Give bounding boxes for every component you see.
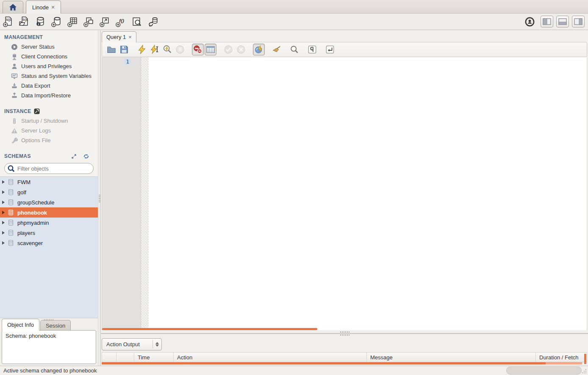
sidebar-item-startup-shutdown[interactable]: Startup / Shutdown xyxy=(0,116,98,126)
show-invisibles-button[interactable] xyxy=(306,44,318,55)
query-tab[interactable]: Query 1 × xyxy=(102,31,136,42)
reconnect-dbms-icon xyxy=(147,16,159,28)
output-horizontal-scrollbar[interactable] xyxy=(102,362,546,364)
toggle-stop-on-error-button[interactable] xyxy=(192,44,204,55)
rollback-button[interactable] xyxy=(235,44,247,55)
schema-row-scavenger[interactable]: scavenger xyxy=(0,238,98,248)
execute-current-button[interactable] xyxy=(149,44,161,55)
panel-resize-grip[interactable] xyxy=(44,319,53,321)
user-account-button[interactable] xyxy=(521,15,538,28)
home-tab[interactable] xyxy=(3,1,23,13)
toggle-bottom-panel-button[interactable] xyxy=(556,16,569,28)
expander-icon[interactable] xyxy=(2,231,5,234)
schema-row-groupschedule[interactable]: groupSchedule xyxy=(0,197,98,207)
sidebar-item-server-status[interactable]: Server Status xyxy=(0,42,98,52)
create-function-button[interactable]: f() xyxy=(113,15,129,28)
column-index[interactable] xyxy=(116,353,134,362)
schema-icon xyxy=(8,189,14,196)
column-message[interactable]: Message xyxy=(367,353,536,362)
sidebar-item-options-file[interactable]: Options File xyxy=(0,135,98,145)
code-text-area[interactable] xyxy=(149,57,587,330)
refresh-schemas-icon[interactable] xyxy=(83,154,89,159)
expander-icon[interactable] xyxy=(2,201,5,204)
schema-filter-input[interactable] xyxy=(4,163,94,174)
create-view-button[interactable] xyxy=(80,15,97,28)
toggle-right-panel-icon xyxy=(574,18,582,25)
tab-object-info[interactable]: Object Info xyxy=(2,319,39,331)
line-number-gutter: 1 xyxy=(102,57,141,330)
expander-icon[interactable] xyxy=(2,190,5,194)
explain-button[interactable] xyxy=(161,44,173,55)
column-icon[interactable] xyxy=(102,353,116,362)
show-invisibles-icon xyxy=(308,45,317,54)
expander-icon[interactable] xyxy=(2,211,5,214)
expand-schemas-icon[interactable] xyxy=(71,154,77,159)
find-button[interactable] xyxy=(288,44,300,55)
create-procedure-button[interactable] xyxy=(97,15,113,28)
schema-icon xyxy=(8,229,14,236)
tab-session[interactable]: Session xyxy=(40,320,71,331)
client-connections-icon xyxy=(11,53,18,60)
schema-row-phpmyadmin[interactable]: phpmyadmin xyxy=(0,218,98,228)
beautify-button[interactable] xyxy=(271,44,283,55)
autocommit-icon xyxy=(254,45,263,54)
save-button[interactable] xyxy=(118,44,130,55)
search-table-data-button[interactable] xyxy=(129,15,145,28)
create-schema-button[interactable] xyxy=(48,15,64,28)
expander-icon[interactable] xyxy=(2,180,5,184)
create-table-button[interactable] xyxy=(64,15,80,28)
object-info-content: Schema: phonebook xyxy=(2,330,96,364)
sidebar-item-client-connections[interactable]: Client Connections xyxy=(0,52,98,61)
expander-icon[interactable] xyxy=(2,221,5,224)
database-inspector-button[interactable]: i xyxy=(32,15,48,28)
output-type-select[interactable]: Action Output xyxy=(102,338,162,350)
sidebar-item-data-import[interactable]: Data Import/Restore xyxy=(0,91,98,100)
close-query-tab-icon[interactable]: × xyxy=(128,34,132,40)
schema-row-phonebook[interactable]: phonebook xyxy=(0,207,98,218)
object-info-panel: Object Info Session Schema: phonebook xyxy=(0,318,98,366)
open-file-button[interactable] xyxy=(105,44,117,55)
data-import-icon xyxy=(11,92,18,99)
open-sql-script-button[interactable]: SQL xyxy=(16,15,32,28)
column-action[interactable]: Action xyxy=(174,353,367,362)
sidebar-item-system-variables[interactable]: Status and System Variables xyxy=(0,71,98,81)
output-panel-bar: Action Output xyxy=(101,337,588,351)
close-tab-icon[interactable]: × xyxy=(51,4,55,11)
execute-button[interactable] xyxy=(136,44,148,55)
sql-code-editor[interactable]: 1 xyxy=(102,57,587,330)
toggle-left-panel-button[interactable] xyxy=(541,16,553,28)
schema-row-golf[interactable]: golf xyxy=(0,187,98,197)
execute-current-icon xyxy=(150,45,159,54)
column-duration-fetch[interactable]: Duration / Fetch xyxy=(536,353,587,362)
limit-rows-button[interactable] xyxy=(205,44,216,55)
commit-button[interactable] xyxy=(222,44,234,55)
sidebar-item-data-export[interactable]: Data Export xyxy=(0,81,98,91)
schema-row-players[interactable]: players xyxy=(0,228,98,238)
svg-text:f(): f() xyxy=(119,18,124,23)
output-splitter[interactable] xyxy=(101,330,588,337)
schema-icon xyxy=(8,199,14,206)
explain-icon xyxy=(163,45,172,54)
connection-tab[interactable]: Linode × xyxy=(26,0,61,14)
line-number: 1 xyxy=(125,58,130,65)
toggle-autocommit-button[interactable] xyxy=(253,44,265,55)
save-icon xyxy=(119,45,129,54)
sidebar-item-server-logs[interactable]: Server Logs xyxy=(0,126,98,135)
warning-icon xyxy=(11,127,18,134)
stop-button[interactable] xyxy=(174,44,186,55)
expander-icon[interactable] xyxy=(2,241,5,245)
create-schema-icon xyxy=(51,16,62,28)
statusbar-scroll-thumb[interactable] xyxy=(506,367,582,375)
toggle-word-wrap-button[interactable] xyxy=(324,44,336,55)
schema-row-fwm[interactable]: FWM xyxy=(0,177,98,187)
window-resize-grip[interactable] xyxy=(582,369,587,374)
splitter-grip[interactable] xyxy=(340,331,349,336)
new-sql-tab-button[interactable]: SQL xyxy=(0,15,16,28)
sidebar-item-users-privileges[interactable]: Users and Privileges xyxy=(0,61,98,71)
output-vertical-scrollbar[interactable] xyxy=(584,354,586,364)
column-time[interactable]: Time xyxy=(134,353,174,362)
toggle-right-panel-button[interactable] xyxy=(572,16,585,28)
reconnect-dbms-button[interactable] xyxy=(145,15,161,28)
server-status-icon xyxy=(11,44,18,50)
sidebar-splitter[interactable] xyxy=(98,30,101,366)
